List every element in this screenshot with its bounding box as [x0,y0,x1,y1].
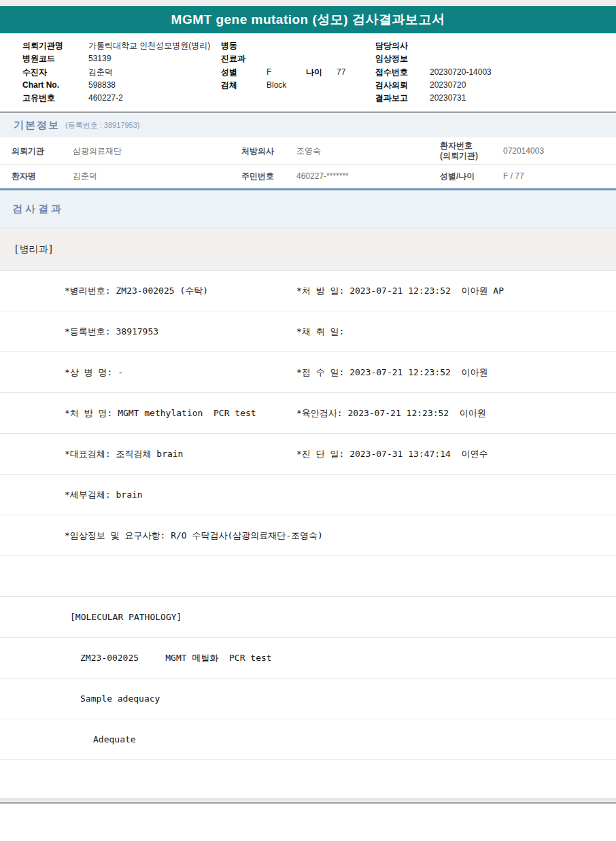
result-row: *임상정보 및 요구사항: R/O 수탁검사(삼광의료재단-조영숙) [0,515,616,556]
field-label: 환자번호 [440,141,473,150]
result-cell-left: *임상정보 및 요구사항: R/O 수탁검사(삼광의료재단-조영숙) [65,515,323,555]
field-value: F / 77 [503,171,524,181]
result-cell-left: *병리번호: ZM23-002025 (수탁) [65,271,208,311]
field-value: 072014003 [503,146,544,156]
field-label: (의뢰기관) [440,151,478,160]
result-cell-left: [MOLECULAR PATHOLOGY] [70,597,182,637]
field-label: 처방의사 [241,146,274,156]
results-rows: *병리번호: ZM23-002025 (수탁) *처 방 일: 2023-07-… [0,271,616,799]
result-row: *등록번호: 38917953 *채 취 일: [0,311,616,352]
result-cell-right: *접 수 일: 2023-07-21 12:23:52 이아원 [296,352,488,392]
field-label: 성별/나이 [440,171,475,181]
report-title-bar: MGMT gene mutation (성모) 검사결과보고서 [0,6,616,33]
result-cell-right: *처 방 일: 2023-07-21 12:23:52 이아원 AP [296,271,504,311]
result-row: Adequate [0,719,616,760]
field-label: 병동 [221,41,237,51]
field-value: 김춘덕 [73,171,97,181]
field-label: 수진자 [22,67,47,78]
department-label: [병리과] [14,243,54,256]
result-cell-left: *등록번호: 38917953 [65,311,158,351]
top-strip [0,0,616,5]
result-row [0,760,616,799]
department-band: [병리과] [0,228,616,271]
result-row: *대표검체: 조직검체 brain *진 단 일: 2023-07-31 13:… [0,434,616,475]
result-cell-left: *세부검체: brain [65,475,143,515]
field-label: 임상정보 [375,54,408,64]
results-section-title: 검사결과 [12,203,64,216]
result-cell-left: Sample adequacy [80,679,160,719]
result-cell-left: ZM23-002025 MGMT 메틸화 PCR test [80,638,272,678]
field-value: F [267,67,271,78]
field-label: 검체 [221,80,237,90]
field-value: 가톨릭대학교 인천성모병원(병리) [88,41,210,51]
report-title: MGMT gene mutation (성모) 검사결과보고서 [171,11,445,29]
field-label: 주민번호 [241,171,274,181]
field-value: 김춘덕 [88,67,113,78]
table-row: 환자명 김춘덕 주민번호 460227-******* 성별/나이 F / 77 [0,165,616,188]
field-value: 20230720-14003 [430,67,492,78]
result-cell-right: *채 취 일: [296,311,344,351]
result-row: *세부검체: brain [0,475,616,515]
field-label: 성별 [221,67,237,78]
result-cell-right: *진 단 일: 2023-07-31 13:47:14 이연수 [296,434,488,474]
result-row: *상 병 명: - *접 수 일: 2023-07-21 12:23:52 이아… [0,352,616,393]
field-label: 접수번호 [375,67,408,78]
results-section-header: 검사결과 [0,190,616,228]
result-cell-right: *육안검사: 2023-07-21 12:23:52 이아원 [296,393,486,433]
field-label: 의뢰기관 [12,146,44,156]
basic-info-reg-note: (등록번호 : 38917953) [65,120,139,131]
field-label: 검사의뢰 [375,80,408,90]
result-row: [MOLECULAR PATHOLOGY] [0,597,616,638]
field-label: Chart No. [22,80,59,90]
table-row: 의뢰기관 삼광의료재단 처방의사 조영숙 환자번호 (의뢰기관) 0720140… [0,137,616,165]
field-label: 담당의사 [375,41,408,51]
report-page: { "title": "MGMT gene mutation (성모) 검사결과… [0,0,616,841]
basic-info-table: 의뢰기관 삼광의료재단 처방의사 조영숙 환자번호 (의뢰기관) 0720140… [0,137,616,190]
field-label: 진료과 [221,54,245,64]
bottom-divider [0,799,616,804]
result-row: *처 방 명: MGMT methylation PCR test *육안검사:… [0,393,616,434]
result-cell-left: *대표검체: 조직검체 brain [65,434,183,474]
field-label: 환자명 [12,171,36,181]
result-row: ZM23-002025 MGMT 메틸화 PCR test [0,638,616,679]
field-value: 460227-******* [296,171,349,181]
field-value: 20230720 [430,80,466,90]
basic-info-section-header: 기본정보 (등록번호 : 38917953) [0,111,616,137]
field-value: 조영숙 [296,146,321,156]
result-cell-left: *처 방 명: MGMT methylation PCR test [65,393,256,433]
field-label: 의뢰기관명 [22,41,63,51]
field-value: 460227-2 [88,93,123,103]
result-row: *병리번호: ZM23-002025 (수탁) *처 방 일: 2023-07-… [0,271,616,311]
field-value: 삼광의료재단 [73,146,122,156]
field-label: 고유번호 [22,93,55,103]
field-label: 결과보고 [375,93,408,103]
field-value: 598838 [88,80,116,90]
result-cell-left: Adequate [93,719,136,759]
field-value: 77 [337,67,345,78]
field-value: Block [267,80,286,90]
field-value: 53139 [88,54,111,64]
field-label: 병원코드 [22,54,55,64]
basic-info-section-title: 기본정보 [14,119,60,132]
result-row [0,556,616,597]
field-label: 나이 [306,67,322,78]
field-value: 20230731 [430,93,466,103]
result-cell-left: *상 병 명: - [65,352,123,392]
result-row: Sample adequacy [0,679,616,719]
